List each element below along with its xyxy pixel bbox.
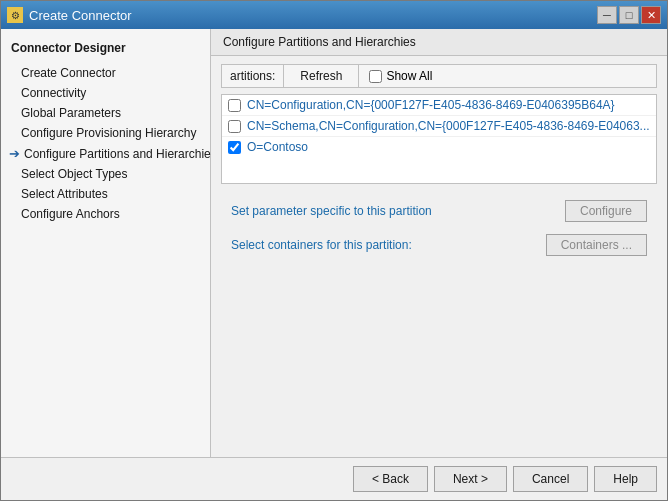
partition-2-label: CN=Schema,CN=Configuration,CN={000F127F-… bbox=[247, 119, 650, 133]
partition-2-checkbox[interactable] bbox=[228, 120, 241, 133]
partition-item-3: O=Contoso bbox=[222, 137, 656, 157]
title-bar-left: ⚙ Create Connector bbox=[7, 7, 132, 23]
help-button[interactable]: Help bbox=[594, 466, 657, 492]
partitions-list: CN=Configuration,CN={000F127F-E405-4836-… bbox=[221, 94, 657, 184]
partitions-area: artitions: Refresh Show All CN=Configura… bbox=[211, 56, 667, 270]
select-containers-row: Select containers for this partition: Co… bbox=[231, 234, 647, 256]
partition-3-checkbox[interactable] bbox=[228, 141, 241, 154]
sidebar-item-select-attributes[interactable]: Select Attributes bbox=[1, 184, 210, 204]
main-window: ⚙ Create Connector ─ □ ✕ Connector Desig… bbox=[0, 0, 668, 501]
partitions-label: artitions: bbox=[222, 65, 284, 87]
content-area: Configure Partitions and Hierarchies art… bbox=[211, 29, 667, 457]
maximize-button[interactable]: □ bbox=[619, 6, 639, 24]
sidebar-item-select-object-types[interactable]: Select Object Types bbox=[1, 164, 210, 184]
current-arrow-icon: ➔ bbox=[9, 146, 20, 161]
show-all-area: Show All bbox=[359, 65, 442, 87]
content-header: Configure Partitions and Hierarchies bbox=[211, 29, 667, 56]
containers-button[interactable]: Containers ... bbox=[546, 234, 647, 256]
select-containers-label: Select containers for this partition: bbox=[231, 238, 412, 252]
sidebar-item-connectivity[interactable]: Connectivity bbox=[1, 83, 210, 103]
partition-item-1: CN=Configuration,CN={000F127F-E405-4836-… bbox=[222, 95, 656, 116]
sidebar-header: Connector Designer bbox=[1, 37, 210, 63]
sidebar-item-configure-anchors[interactable]: Configure Anchors bbox=[1, 204, 210, 224]
title-bar: ⚙ Create Connector ─ □ ✕ bbox=[1, 1, 667, 29]
next-button[interactable]: Next > bbox=[434, 466, 507, 492]
cancel-button[interactable]: Cancel bbox=[513, 466, 588, 492]
sidebar-item-configure-provisioning[interactable]: Configure Provisioning Hierarchy bbox=[1, 123, 210, 143]
title-bar-controls: ─ □ ✕ bbox=[597, 6, 661, 24]
back-button[interactable]: < Back bbox=[353, 466, 428, 492]
show-all-label: Show All bbox=[386, 69, 432, 83]
partition-item-2: CN=Schema,CN=Configuration,CN={000F127F-… bbox=[222, 116, 656, 137]
footer: < Back Next > Cancel Help bbox=[1, 457, 667, 500]
partition-1-label: CN=Configuration,CN={000F127F-E405-4836-… bbox=[247, 98, 615, 112]
main-content: Connector Designer Create Connector Conn… bbox=[1, 29, 667, 457]
set-param-row: Set parameter specific to this partition… bbox=[231, 200, 647, 222]
sidebar: Connector Designer Create Connector Conn… bbox=[1, 29, 211, 457]
sidebar-item-global-parameters[interactable]: Global Parameters bbox=[1, 103, 210, 123]
app-icon: ⚙ bbox=[7, 7, 23, 23]
sidebar-item-configure-partitions[interactable]: ➔ Configure Partitions and Hierarchies bbox=[1, 143, 210, 164]
window-title: Create Connector bbox=[29, 8, 132, 23]
bottom-section: Set parameter specific to this partition… bbox=[221, 190, 657, 262]
minimize-button[interactable]: ─ bbox=[597, 6, 617, 24]
show-all-checkbox[interactable] bbox=[369, 70, 382, 83]
close-button[interactable]: ✕ bbox=[641, 6, 661, 24]
partitions-toolbar: artitions: Refresh Show All bbox=[221, 64, 657, 88]
refresh-button[interactable]: Refresh bbox=[284, 65, 359, 87]
configure-button[interactable]: Configure bbox=[565, 200, 647, 222]
partition-1-checkbox[interactable] bbox=[228, 99, 241, 112]
sidebar-item-create-connector[interactable]: Create Connector bbox=[1, 63, 210, 83]
set-param-label: Set parameter specific to this partition bbox=[231, 204, 432, 218]
partition-3-label: O=Contoso bbox=[247, 140, 308, 154]
